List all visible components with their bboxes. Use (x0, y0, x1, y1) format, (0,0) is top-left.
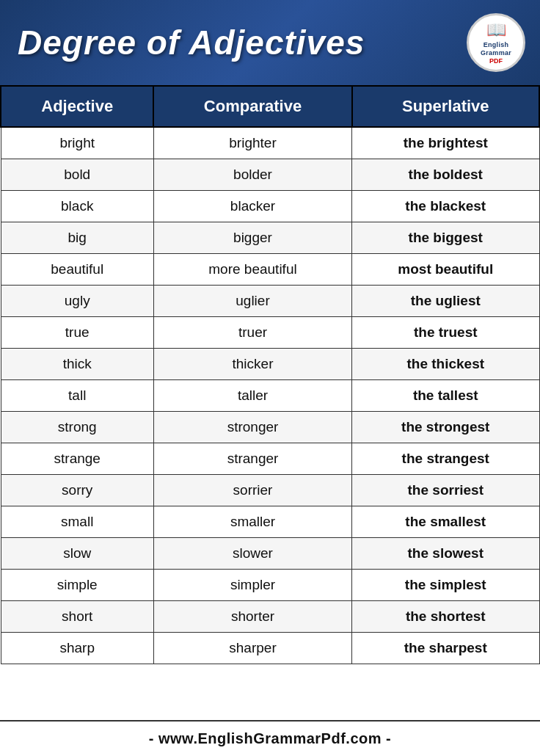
logo-badge: 📖 English Grammar PDF (467, 13, 525, 72)
table-container: Adjective Comparative Superlative bright… (0, 85, 540, 720)
cell-adjective: black (1, 191, 153, 222)
cell-adjective: small (1, 506, 153, 538)
cell-comparative: bigger (153, 222, 351, 254)
cell-adjective: thick (1, 349, 153, 380)
cell-superlative: the boldest (352, 159, 539, 191)
cell-comparative: thicker (153, 349, 351, 380)
cell-comparative: slower (153, 538, 351, 570)
cell-adjective: sharp (1, 633, 153, 664)
cell-superlative: the simplest (352, 570, 539, 601)
cell-comparative: uglier (153, 286, 351, 317)
cell-superlative: the sorriest (352, 475, 539, 506)
cell-comparative: sharper (153, 633, 351, 664)
logo-line2: Grammar (481, 49, 511, 57)
col-header-comparative: Comparative (153, 86, 351, 127)
cell-superlative: the thickest (352, 349, 539, 380)
table-row: simplesimplerthe simplest (1, 570, 539, 601)
cell-adjective: strange (1, 443, 153, 475)
cell-superlative: the biggest (352, 222, 539, 254)
cell-comparative: bolder (153, 159, 351, 191)
cell-adjective: beautiful (1, 254, 153, 286)
cell-comparative: smaller (153, 506, 351, 538)
page-title: Degree of Adjectives (18, 23, 365, 62)
col-header-superlative: Superlative (352, 86, 539, 127)
cell-adjective: bold (1, 159, 153, 191)
logo-line3: PDF (489, 57, 503, 65)
cell-superlative: the ugliest (352, 286, 539, 317)
table-row: brightbrighterthe brightest (1, 127, 539, 159)
logo-line1: English (484, 41, 509, 49)
cell-comparative: sorrier (153, 475, 351, 506)
cell-adjective: bright (1, 127, 153, 159)
table-row: sorrysorrierthe sorriest (1, 475, 539, 506)
cell-adjective: short (1, 601, 153, 633)
footer-text: - www.EnglishGrammarPdf.com - (149, 730, 391, 746)
cell-comparative: truer (153, 317, 351, 349)
cell-comparative: more beautiful (153, 254, 351, 286)
cell-adjective: slow (1, 538, 153, 570)
cell-superlative: the tallest (352, 380, 539, 412)
cell-comparative: stronger (153, 412, 351, 443)
col-header-adjective: Adjective (1, 86, 153, 127)
table-row: shortshorterthe shortest (1, 601, 539, 633)
table-row: strangestrangerthe strangest (1, 443, 539, 475)
cell-superlative: the sharpest (352, 633, 539, 664)
table-row: talltallerthe tallest (1, 380, 539, 412)
cell-adjective: true (1, 317, 153, 349)
cell-superlative: the strongest (352, 412, 539, 443)
table-row: beautifulmore beautifulmost beautiful (1, 254, 539, 286)
cell-superlative: the truest (352, 317, 539, 349)
cell-adjective: big (1, 222, 153, 254)
cell-adjective: tall (1, 380, 153, 412)
cell-superlative: the slowest (352, 538, 539, 570)
table-row: bigbiggerthe biggest (1, 222, 539, 254)
table-row: strongstrongerthe strongest (1, 412, 539, 443)
cell-comparative: simpler (153, 570, 351, 601)
cell-comparative: taller (153, 380, 351, 412)
adjectives-table: Adjective Comparative Superlative bright… (0, 85, 540, 664)
table-row: uglyuglierthe ugliest (1, 286, 539, 317)
cell-superlative: the strangest (352, 443, 539, 475)
cell-comparative: shorter (153, 601, 351, 633)
table-row: slowslowerthe slowest (1, 538, 539, 570)
cell-superlative: most beautiful (352, 254, 539, 286)
cell-comparative: stranger (153, 443, 351, 475)
cell-adjective: sorry (1, 475, 153, 506)
cell-adjective: simple (1, 570, 153, 601)
cell-adjective: ugly (1, 286, 153, 317)
cell-superlative: the shortest (352, 601, 539, 633)
cell-superlative: the smallest (352, 506, 539, 538)
table-row: smallsmallerthe smallest (1, 506, 539, 538)
cell-comparative: brighter (153, 127, 351, 159)
table-row: truetruerthe truest (1, 317, 539, 349)
table-row: thickthickerthe thickest (1, 349, 539, 380)
cell-comparative: blacker (153, 191, 351, 222)
cell-superlative: the blackest (352, 191, 539, 222)
table-row: boldbolderthe boldest (1, 159, 539, 191)
page-header: Degree of Adjectives 📖 English Grammar P… (0, 0, 540, 85)
table-row: blackblackerthe blackest (1, 191, 539, 222)
table-row: sharpsharperthe sharpest (1, 633, 539, 664)
table-header-row: Adjective Comparative Superlative (1, 86, 539, 127)
cell-adjective: strong (1, 412, 153, 443)
page-footer: - www.EnglishGrammarPdf.com - (0, 720, 540, 756)
cell-superlative: the brightest (352, 127, 539, 159)
logo-icon: 📖 (486, 21, 506, 40)
